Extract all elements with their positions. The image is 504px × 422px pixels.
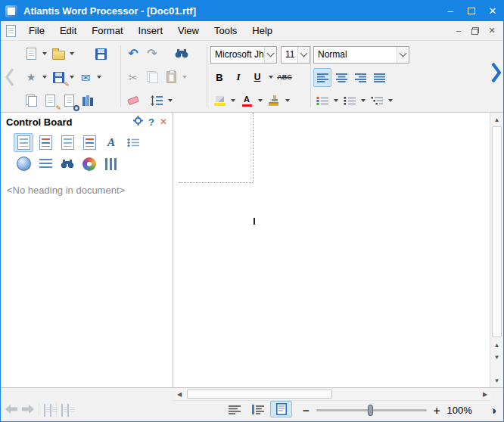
email-button[interactable]: ✉: [76, 68, 95, 87]
underline-dropdown[interactable]: [267, 68, 275, 87]
settings-button[interactable]: [133, 116, 143, 128]
align-justify-button[interactable]: [370, 68, 388, 87]
scroll-up-button[interactable]: ▲: [491, 113, 502, 126]
online-view-button[interactable]: [247, 401, 269, 417]
maximize-button[interactable]: [461, 1, 482, 21]
font-color-button[interactable]: A: [238, 92, 256, 110]
menu-help[interactable]: Help: [244, 22, 280, 39]
mdi-close-button[interactable]: ✕: [484, 24, 499, 37]
next-page-button[interactable]: ▼: [491, 351, 502, 363]
eraser-button[interactable]: [124, 92, 142, 110]
paragraphs-pane-button[interactable]: [36, 154, 55, 173]
styles-pane-button[interactable]: [36, 133, 55, 152]
doc-tool-button-1[interactable]: [44, 405, 45, 416]
font-name-combo[interactable]: Microsoft Jh: [210, 46, 277, 64]
paragraph-style-combo[interactable]: Normal: [313, 46, 409, 64]
numbering-button[interactable]: [341, 92, 359, 110]
bullets-dropdown[interactable]: [332, 92, 340, 110]
underline-button[interactable]: U: [248, 68, 266, 87]
align-right-button[interactable]: [351, 68, 369, 87]
toolbar-scroll-left-button[interactable]: [2, 65, 17, 89]
bullets-button[interactable]: [313, 92, 331, 110]
overview-pane-button[interactable]: [14, 154, 33, 173]
horizontal-scrollbar-thumb[interactable]: [187, 389, 332, 399]
mdi-restore-button[interactable]: [468, 24, 483, 37]
italic-button[interactable]: I: [229, 68, 247, 87]
headings-pane-button[interactable]: [14, 133, 33, 152]
scroll-right-button[interactable]: ▶: [479, 389, 491, 400]
bookmarks-pane-button[interactable]: [79, 133, 99, 152]
toolbar-more-button[interactable]: [489, 60, 502, 85]
find-pane-button[interactable]: [58, 154, 77, 173]
doc-tool-button-3[interactable]: [61, 405, 63, 416]
find-button[interactable]: [173, 45, 191, 64]
favorites-button[interactable]: ★: [22, 68, 40, 87]
email-dropdown[interactable]: [95, 68, 103, 87]
doc-tool-button-2[interactable]: [50, 405, 51, 416]
scroll-left-button[interactable]: ◀: [173, 389, 185, 400]
open-button[interactable]: [49, 45, 67, 64]
numbering-dropdown[interactable]: [359, 92, 367, 110]
multilevel-list-button[interactable]: [368, 92, 386, 110]
print-preview-button[interactable]: [60, 92, 78, 110]
new-document-dropdown[interactable]: [41, 45, 48, 64]
paragraph-style-combo-arrow[interactable]: [397, 47, 409, 63]
cut-button[interactable]: ✂: [124, 68, 142, 87]
document-area[interactable]: [173, 113, 490, 387]
fonts-pane-button[interactable]: A: [101, 133, 121, 152]
favorites-dropdown[interactable]: [41, 68, 48, 87]
menu-file[interactable]: File: [21, 22, 52, 39]
previous-page-button[interactable]: ▲: [491, 339, 502, 351]
page-layout-view-button[interactable]: [270, 401, 292, 417]
paste-dropdown[interactable]: [181, 68, 188, 87]
minimize-button[interactable]: –: [440, 1, 461, 21]
horizontal-scrollbar[interactable]: ◀ ▶: [173, 389, 491, 401]
doc-tool-button-4[interactable]: [67, 405, 69, 416]
resources-pane-button[interactable]: [79, 154, 99, 173]
menu-format[interactable]: Format: [84, 22, 130, 39]
line-spacing-button[interactable]: [148, 92, 166, 110]
highlight-dropdown[interactable]: [229, 92, 237, 110]
print-button[interactable]: [79, 92, 97, 110]
paste-button[interactable]: [162, 68, 180, 87]
font-name-combo-arrow[interactable]: [264, 47, 276, 63]
toc-pane-button[interactable]: [123, 133, 143, 152]
strikethrough-button[interactable]: ABC: [275, 68, 294, 87]
save-button[interactable]: [92, 45, 110, 64]
edit-document-button[interactable]: ✎: [41, 92, 59, 110]
close-button[interactable]: ✕: [482, 1, 503, 21]
save-as-button[interactable]: ✎: [49, 68, 67, 87]
control-board-close-button[interactable]: ✕: [160, 116, 167, 127]
draft-view-button[interactable]: [223, 401, 245, 417]
zoom-in-button[interactable]: +: [434, 405, 440, 416]
zoom-slider[interactable]: [316, 409, 427, 411]
font-size-combo-arrow[interactable]: [297, 47, 310, 63]
menu-view[interactable]: View: [170, 22, 207, 39]
format-painter-dropdown[interactable]: [284, 92, 291, 110]
highlight-button[interactable]: [210, 92, 229, 110]
nav-back-button[interactable]: [5, 405, 17, 416]
zoom-slider-thumb[interactable]: [368, 405, 373, 416]
align-left-button[interactable]: [313, 68, 331, 87]
undo-button[interactable]: ↶: [124, 45, 142, 64]
font-color-dropdown[interactable]: [257, 92, 264, 110]
mdi-minimize-button[interactable]: –: [451, 24, 466, 37]
menu-insert[interactable]: Insert: [131, 22, 171, 39]
zoom-out-button[interactable]: −: [303, 405, 310, 416]
nav-forward-button[interactable]: [22, 405, 34, 416]
bold-button[interactable]: B: [210, 68, 229, 87]
help-button[interactable]: ?: [148, 116, 154, 128]
open-dropdown[interactable]: [68, 45, 76, 64]
scroll-down-button[interactable]: ▼: [491, 374, 502, 386]
clipboard-pane-button[interactable]: [58, 133, 77, 152]
theme-toggle-button[interactable]: ◑: [490, 404, 496, 417]
menu-tools[interactable]: Tools: [207, 22, 244, 39]
line-spacing-dropdown[interactable]: [166, 92, 174, 110]
redo-button[interactable]: ↷: [143, 45, 161, 64]
columns-pane-button[interactable]: [101, 154, 121, 173]
align-center-button[interactable]: [332, 68, 350, 87]
format-painter-button[interactable]: [265, 92, 283, 110]
copy-button[interactable]: [143, 68, 161, 87]
menu-edit[interactable]: Edit: [52, 22, 84, 39]
vertical-scrollbar[interactable]: ▲ ▲ ▼ ▼: [490, 113, 503, 387]
